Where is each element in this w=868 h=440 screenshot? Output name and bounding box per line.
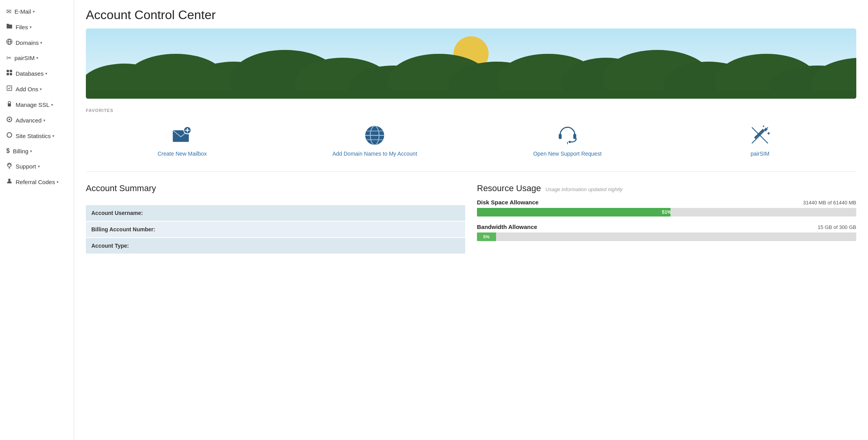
sidebar-item-domains[interactable]: Domains ▾ [0,35,74,50]
svg-rect-5 [7,73,9,75]
arrow-icon: ▾ [45,71,47,76]
bottom-grid: Account Summary Account Username: Billin… [86,183,856,254]
resource-usage-title: Resource Usage [477,183,541,193]
mailbox-label: Create New Mailbox [158,150,207,158]
bandwidth-label: Bandwidth Allowance [477,224,537,230]
arrow-icon: ▾ [51,103,53,107]
pairsim-icon: ✂ [6,54,11,62]
disk-space-block: Disk Space Allowance 31440 MB of 61440 M… [477,199,856,216]
arrow-icon: ▾ [30,25,32,29]
sidebar-item-addons[interactable]: Add Ons ▾ [0,81,74,97]
arrow-icon: ▾ [36,56,38,60]
disk-space-label: Disk Space Allowance [477,199,539,206]
arrow-icon: ▾ [30,149,32,153]
sidebar-label-email: E-Mail [14,8,31,15]
favorites-label: FAVORITES [86,108,856,113]
svg-point-12 [10,165,11,165]
arrow-icon: ▾ [38,164,40,169]
sidebar-label-statistics: Site Statistics [16,133,51,139]
sidebar-label-advanced: Advanced [16,117,42,124]
svg-rect-4 [10,70,12,72]
sidebar-item-statistics[interactable]: Site Statistics ▾ [0,128,74,144]
files-icon [6,23,12,31]
referral-icon [6,178,12,186]
hero-trees [86,48,856,99]
sidebar-item-databases[interactable]: Databases ▾ [0,66,74,81]
email-icon: ✉ [6,8,11,15]
bandwidth-block: Bandwidth Allowance 15 GB of 300 GB 5% [477,224,856,241]
resource-usage: Resource Usage Usage information updated… [477,183,856,254]
arrow-icon: ▾ [40,41,42,45]
favorite-add-domain[interactable]: Add Domain Names to My Account [279,121,471,162]
svg-point-13 [8,179,11,181]
favorites-section: FAVORITES Create New Mailbox [86,108,856,172]
support-label: Open New Support Request [533,150,601,158]
summary-username-label: Account Username: [86,205,465,221]
svg-rect-40 [573,134,576,139]
arrow-icon: ▾ [52,134,54,138]
table-row: Account Username: [86,205,465,221]
sidebar-label-pairsim: pairSIM [14,55,35,61]
favorites-grid: Create New Mailbox Add Domain Names to M… [86,121,856,172]
mailbox-icon [171,124,193,146]
svg-rect-8 [8,103,11,106]
databases-icon [6,69,12,77]
bandwidth-percent: 5% [482,234,491,239]
favorite-pairsim[interactable]: pairSIM [664,121,857,162]
table-row: Billing Account Number: [86,221,465,238]
disk-space-progress-bg: 51% [477,208,856,216]
summary-table: Account Username: Billing Account Number… [86,205,465,254]
svg-rect-29 [86,91,856,99]
svg-point-9 [9,119,10,120]
arrow-icon: ▾ [43,118,45,122]
sidebar-label-addons: Add Ons [16,86,38,92]
sidebar-item-advanced[interactable]: Advanced ▾ [0,112,74,128]
advanced-icon [6,116,12,124]
svg-rect-3 [7,70,9,72]
sidebar-label-billing: Billing [13,148,28,154]
summary-billing-label: Billing Account Number: [86,221,465,238]
account-summary: Account Summary Account Username: Billin… [86,183,465,254]
resource-usage-subtitle: Usage information updated nightly [546,186,623,192]
ssl-icon [6,101,12,108]
disk-space-header: Disk Space Allowance 31440 MB of 61440 M… [477,199,856,206]
pairsim-fav-label: pairSIM [751,150,769,158]
sidebar-label-domains: Domains [16,39,39,46]
summary-type-label: Account Type: [86,238,465,254]
sidebar-item-managessl[interactable]: Manage SSL ▾ [0,97,74,112]
disk-space-percent: 51% [662,209,671,215]
disk-space-value: 31440 MB of 61440 MB [803,200,856,206]
pairsim-fav-icon [749,124,771,146]
disk-space-progress-fill: 51% [477,208,671,216]
sidebar: ✉ E-Mail ▾ Files ▾ Domains ▾ ✂ pairSIM ▾… [0,0,74,440]
sidebar-item-email[interactable]: ✉ E-Mail ▾ [0,4,74,19]
page-title: Account Control Center [86,8,856,22]
sidebar-label-managessl: Manage SSL [16,101,50,108]
hero-banner [86,28,856,99]
sidebar-label-databases: Databases [16,70,44,77]
bandwidth-value: 15 GB of 300 GB [818,224,856,230]
sidebar-item-pairsim[interactable]: ✂ pairSIM ▾ [0,50,74,66]
sidebar-label-referral: Referral Codes [16,179,55,185]
favorite-create-mailbox[interactable]: Create New Mailbox [86,121,279,162]
svg-point-41 [569,141,571,143]
bandwidth-progress-fill: 5% [477,232,496,241]
sidebar-item-billing[interactable]: $ Billing ▾ [0,144,74,158]
addons-icon [6,85,12,93]
arrow-icon: ▾ [33,9,35,14]
billing-icon: $ [6,147,10,154]
arrow-icon: ▾ [40,87,42,91]
resource-usage-header: Resource Usage Usage information updated… [477,183,856,193]
sidebar-item-files[interactable]: Files ▾ [0,19,74,35]
table-row: Account Type: [86,238,465,254]
domains-icon [6,39,12,46]
support-headset-icon [557,124,578,146]
sidebar-label-files: Files [16,24,28,30]
sidebar-item-support[interactable]: Support ▾ [0,158,74,174]
svg-point-11 [8,165,9,165]
domain-icon [364,124,386,146]
sidebar-item-referral[interactable]: Referral Codes ▾ [0,174,74,190]
favorite-support[interactable]: Open New Support Request [471,121,664,162]
statistics-icon [6,132,12,140]
arrow-icon: ▾ [57,180,59,184]
